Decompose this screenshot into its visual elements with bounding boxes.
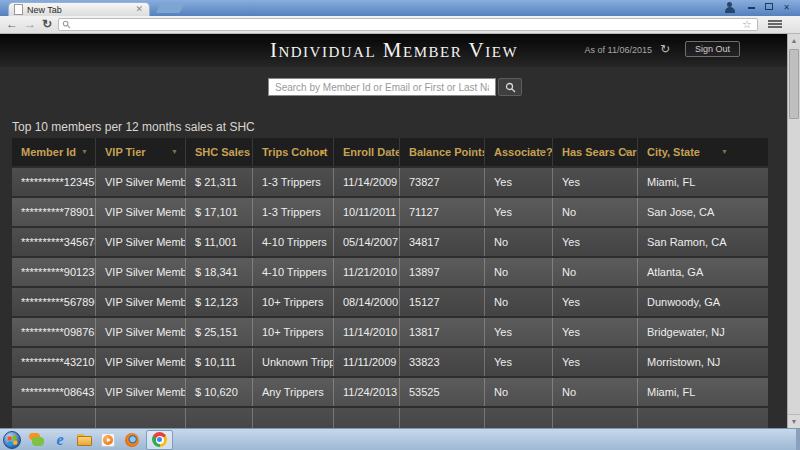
browser-menu-icon[interactable]	[768, 20, 782, 29]
cell	[334, 408, 400, 428]
taskbar-item-media-player[interactable]	[96, 430, 120, 450]
address-bar[interactable]	[58, 18, 758, 31]
refresh-icon[interactable]: ↻	[660, 42, 670, 56]
cell: 73827	[400, 168, 485, 196]
cell: Yes	[485, 348, 553, 376]
column-header-has-sears-card[interactable]: Has Sears Card?▼	[553, 138, 638, 166]
cell: VIP Silver Member	[96, 318, 186, 346]
close-button[interactable]: ✕	[779, 2, 794, 13]
chrome-icon	[152, 432, 167, 447]
browser-tab[interactable]: New Tab ✕	[8, 2, 150, 16]
scroll-down-icon[interactable]: ▼	[788, 414, 800, 428]
cell: 4-10 Trippers	[253, 228, 334, 256]
reload-button[interactable]: ↻	[42, 17, 52, 32]
cell: 13897	[400, 258, 485, 286]
minimize-button[interactable]	[744, 2, 759, 13]
taskbar-item-internet-explorer[interactable]: e	[48, 430, 72, 450]
cell: Yes	[553, 348, 638, 376]
cell: VIP Silver Member	[96, 258, 186, 286]
internet-explorer-icon: e	[56, 432, 63, 448]
sort-caret-icon: ▼	[81, 138, 88, 166]
scrollbar-thumb[interactable]	[789, 49, 799, 119]
cell: 10+ Trippers	[253, 288, 334, 316]
column-header-trips-cohort[interactable]: Trips Cohort▲	[253, 138, 334, 166]
cell: Miami, FL	[638, 168, 768, 196]
sign-out-button[interactable]: Sign Out	[685, 41, 740, 57]
cell: 11/11/2009	[334, 348, 400, 376]
new-tab-button[interactable]	[156, 4, 184, 13]
cell: Atlanta, GA	[638, 258, 768, 286]
cell: **********123456	[12, 168, 96, 196]
column-header-shc-sales[interactable]: SHC Sales $▼	[186, 138, 253, 166]
media-player-icon	[101, 433, 115, 447]
cell: Yes	[553, 288, 638, 316]
start-button[interactable]	[0, 430, 24, 450]
cell: No	[553, 258, 638, 286]
column-header-vip-tier[interactable]: VIP Tier▼	[96, 138, 186, 166]
sort-caret-icon: ▼	[470, 138, 477, 166]
taskbar: e	[0, 428, 800, 450]
cell: San Jose, CA	[638, 198, 768, 226]
column-header-balance-points[interactable]: Balance Points▼	[400, 138, 485, 166]
bookmark-star-icon[interactable]: ☆	[742, 17, 752, 32]
column-label: VIP Tier	[105, 146, 146, 158]
cell	[12, 408, 96, 428]
table-row[interactable]: **********789012VIP Silver Member$ 17,10…	[12, 198, 768, 226]
members-table: Member Id▼VIP Tier▼SHC Sales $▼Trips Coh…	[12, 138, 768, 428]
table-row[interactable]: **********432109VIP Silver Member$ 10,11…	[12, 348, 768, 376]
cell: VIP Silver Member	[96, 348, 186, 376]
column-label: Trips Cohort	[262, 146, 327, 158]
cell: 71127	[400, 198, 485, 226]
sort-caret-icon: ▼	[538, 138, 545, 166]
cell: No	[553, 378, 638, 406]
taskbar-item-firefox[interactable]	[120, 430, 144, 450]
column-header-member-id[interactable]: Member Id▼	[12, 138, 96, 166]
cell	[485, 408, 553, 428]
cell	[638, 408, 768, 428]
page-scrollbar[interactable]: ▲ ▼	[787, 34, 800, 428]
cell: **********345678	[12, 228, 96, 256]
cell: 53525	[400, 378, 485, 406]
scroll-up-icon[interactable]: ▲	[788, 34, 800, 47]
table-row[interactable]: **********123456VIP Silver Member$ 21,31…	[12, 168, 768, 196]
cell: San Ramon, CA	[638, 228, 768, 256]
cell: Yes	[485, 198, 553, 226]
cell: Dunwoody, GA	[638, 288, 768, 316]
table-row[interactable]: **********086431VIP Silver Member$ 10,62…	[12, 378, 768, 406]
member-search-input[interactable]	[268, 78, 496, 96]
table-row[interactable]: **********345678VIP Silver Member$ 11,00…	[12, 228, 768, 256]
search-button[interactable]	[498, 78, 522, 96]
table-row[interactable]: **********567890VIP Silver Member$ 12,12…	[12, 288, 768, 316]
back-button[interactable]: ←	[6, 17, 18, 32]
cell: 33823	[400, 348, 485, 376]
maximize-button[interactable]	[761, 2, 776, 13]
cell: 08/14/2000	[334, 288, 400, 316]
cell: Yes	[553, 228, 638, 256]
table-row-partial[interactable]	[12, 408, 768, 428]
sort-caret-icon: ▼	[385, 138, 392, 166]
address-input[interactable]	[74, 20, 757, 30]
table-row[interactable]: **********901234VIP Silver Member$ 18,34…	[12, 258, 768, 286]
taskbar-item-chrome[interactable]	[146, 430, 173, 450]
cell: 11/24/2013	[334, 378, 400, 406]
cell: Yes	[553, 318, 638, 346]
sort-caret-icon: ▼	[721, 138, 728, 166]
cell: 13817	[400, 318, 485, 346]
cell: 05/14/2007	[334, 228, 400, 256]
cell: $ 10,620	[186, 378, 253, 406]
tab-close-icon[interactable]: ✕	[134, 5, 144, 14]
column-header-associate[interactable]: Associate?▼	[485, 138, 553, 166]
column-header-enroll-date[interactable]: Enroll Date▼	[334, 138, 400, 166]
screen: New Tab ✕ ✕ ← → ↻ ☆ Individual Member Vi…	[0, 0, 800, 450]
column-header-city-state[interactable]: City, State▼	[638, 138, 768, 166]
table-row[interactable]: **********098765VIP Silver Member$ 25,15…	[12, 318, 768, 346]
cell: $ 11,001	[186, 228, 253, 256]
cell: 11/21/2010	[334, 258, 400, 286]
taskbar-item-windows-explorer[interactable]	[72, 430, 96, 450]
forward-button[interactable]: →	[24, 17, 36, 32]
cell: No	[485, 228, 553, 256]
profile-icon[interactable]	[724, 2, 736, 13]
table-body: **********123456VIP Silver Member$ 21,31…	[12, 168, 768, 428]
taskbar-item-messenger[interactable]	[24, 430, 48, 450]
cell: Any Trippers	[253, 378, 334, 406]
